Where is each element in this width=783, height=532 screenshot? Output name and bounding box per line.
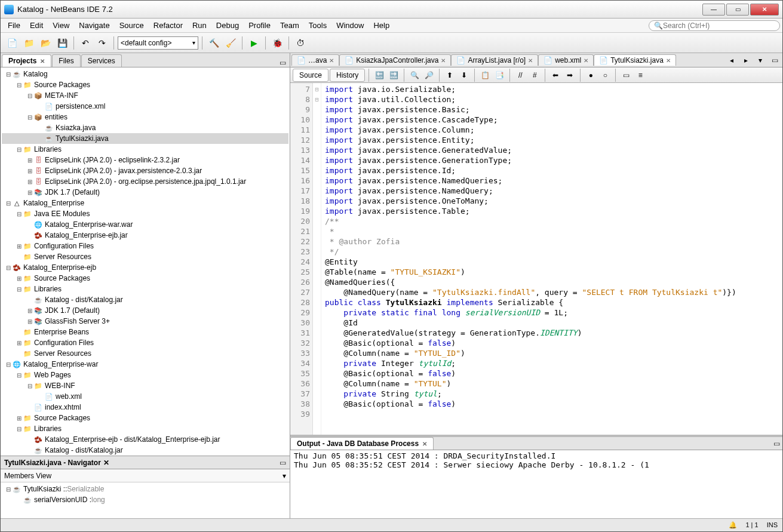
output-text[interactable]: Thu Jun 05 08:35:51 CEST 2014 : DRDA_Sec… [290,450,782,518]
editor-tool-button[interactable]: ⬆ [443,69,456,82]
navigator-min-icon[interactable]: ▭ [280,459,286,467]
projects-tree[interactable]: ⊟☕Katalog⊟📁Source Packages⊟📦META-INF📄per… [1,67,290,456]
editor-tab[interactable]: 📄web.xml✕ [538,54,594,66]
tree-node[interactable]: ⊟🌐Katalog_Enterprise-war [2,359,288,370]
code-editor[interactable]: 7891011121314151617181920212223242526272… [290,83,782,435]
menu-help[interactable]: Help [369,20,394,31]
menu-tools[interactable]: Tools [304,20,331,31]
expand-icon[interactable]: ⊟ [15,82,23,88]
tab-projects[interactable]: Projects✕ [2,54,51,67]
editor-tool-button[interactable]: 🔙 [373,69,386,82]
tree-node[interactable]: ⊞🗄EclipseLink (JPA 2.0) - javax.persiste… [2,165,288,176]
tree-node[interactable]: 📄index.xhtml [2,402,288,413]
expand-icon[interactable]: ⊞ [26,157,33,164]
view-source[interactable]: Source [293,69,328,82]
tree-node[interactable]: 📁Enterprise Beans [2,327,288,337]
quick-search[interactable]: 🔍 [649,20,780,31]
undo-button[interactable]: ↶ [78,35,93,51]
search-input[interactable] [663,21,775,30]
tree-node[interactable]: ⊞📁Source Packages [2,273,288,284]
close-button[interactable]: ✕ [750,4,779,16]
open-button[interactable]: 📂 [38,35,53,51]
editor-tool-button[interactable]: ≡ [634,69,647,82]
tree-node[interactable]: ⊟📁Libraries [2,284,288,294]
maximize-button[interactable]: ▭ [726,4,749,16]
editor-nav-button[interactable]: ◂ [725,54,738,67]
expand-icon[interactable]: ⊞ [26,189,33,196]
tree-node[interactable]: 📄persistence.xml [2,101,288,112]
code-area[interactable]: import java.io.Serializable;import java.… [321,83,782,435]
close-icon[interactable]: ✕ [666,57,671,64]
close-icon[interactable]: ✕ [441,57,446,64]
expand-icon[interactable]: ⊟ [4,361,12,368]
menu-source[interactable]: Source [115,20,149,31]
tree-node[interactable]: ⊟☕TytulKsiazki :: Serializable [2,484,288,494]
profile-button[interactable]: ⏱ [293,35,308,51]
close-icon[interactable]: ✕ [329,57,334,64]
editor-nav-button[interactable]: ▸ [739,54,753,67]
editor-tool-button[interactable]: ○ [598,69,612,82]
tree-node[interactable]: ⊞📁Configuration Files [2,337,288,348]
editor-tool-button[interactable]: ● [584,69,597,82]
build-button[interactable]: 🔨 [206,35,222,51]
output-min-icon[interactable]: ▭ [771,439,782,448]
tree-node[interactable]: 🌐Katalog_Enterprise-war.war [2,219,288,230]
editor-tool-button[interactable]: ⬇ [457,69,471,82]
editor-nav-button[interactable]: ▾ [754,54,767,67]
editor-tool-button[interactable]: ▭ [619,69,632,82]
editor-tool-button[interactable]: 🔍 [408,69,421,82]
expand-icon[interactable]: ⊟ [15,211,23,217]
tree-node[interactable]: ☕serialVersionUID : long [2,494,288,505]
tree-node[interactable]: ⊞🗄EclipseLink (JPA 2.0) - org.eclipse.pe… [2,176,288,187]
expand-icon[interactable]: ⊟ [26,383,33,389]
expand-icon[interactable]: ⊟ [4,71,12,78]
tree-node[interactable]: 🫘Katalog_Enterprise-ejb - dist/Katalog_E… [2,434,288,445]
editor-nav-button[interactable]: ▭ [768,54,781,67]
editor-tool-button[interactable]: 🔎 [422,69,435,82]
fold-gutter[interactable]: ⊟ ⊟ [313,83,321,435]
tree-node[interactable]: ⊟📁Web Pages [2,370,288,380]
tree-node[interactable]: ⊟📁Libraries [2,144,288,155]
new-project-button[interactable]: 📁 [21,35,36,51]
debug-button[interactable]: 🐞 [269,35,285,51]
tree-node[interactable]: ⊟△Katalog_Enterprise [2,198,288,208]
redo-button[interactable]: ↷ [94,35,110,51]
expand-icon[interactable]: ⊞ [26,179,33,185]
navigator-close-icon[interactable]: ✕ [103,459,109,467]
tree-node[interactable]: ⊟📁WEB-INF [2,380,288,391]
config-combo[interactable]: <default config> [118,36,198,50]
tree-node[interactable]: 📁Server Resources [2,251,288,262]
clean-build-button[interactable]: 🧹 [223,35,238,51]
expand-icon[interactable]: ⊞ [15,275,23,282]
expand-icon[interactable]: ⊟ [4,265,12,271]
menu-profile[interactable]: Profile [244,20,275,31]
tree-node[interactable]: 📁Server Resources [2,348,288,359]
expand-icon[interactable]: ⊟ [4,200,12,207]
expand-icon[interactable]: ⊟ [15,146,23,153]
editor-tool-button[interactable]: ➡ [563,69,576,82]
tree-node[interactable]: ⊞📁Configuration Files [2,241,288,251]
tree-node[interactable]: ⊟🫘Katalog_Enterprise-ejb [2,262,288,273]
expand-icon[interactable]: ⊟ [26,93,33,99]
editor-tool-button[interactable]: ⬅ [549,69,562,82]
expand-icon[interactable]: ⊟ [15,426,23,432]
tree-node[interactable]: ⊟📁Source Packages [2,79,288,90]
tree-node[interactable]: ☕Ksiazka.java [2,122,288,133]
expand-icon[interactable]: ⊟ [15,372,23,379]
close-icon[interactable]: ✕ [422,441,427,447]
tree-node[interactable]: ⊟📦META-INF [2,90,288,101]
editor-tab[interactable]: 📄KsiazkaJpaController.java✕ [339,54,451,66]
expand-icon[interactable]: ⊟ [15,286,23,293]
editor-tool-button[interactable]: // [514,69,527,82]
menu-edit[interactable]: Edit [25,20,48,31]
tree-node[interactable]: ⊞🗄EclipseLink (JPA 2.0) - eclipselink-2.… [2,155,288,165]
close-icon[interactable]: ✕ [40,58,45,64]
editor-tool-button[interactable]: 📋 [478,69,492,82]
expand-icon[interactable]: ⊞ [15,243,23,250]
tab-files[interactable]: Files [52,54,80,67]
menu-navigate[interactable]: Navigate [74,20,114,31]
expand-icon[interactable]: ⊞ [26,318,33,325]
editor-tool-button[interactable]: 📑 [493,69,506,82]
save-all-button[interactable]: 💾 [54,35,70,51]
close-icon[interactable]: ✕ [584,57,588,64]
